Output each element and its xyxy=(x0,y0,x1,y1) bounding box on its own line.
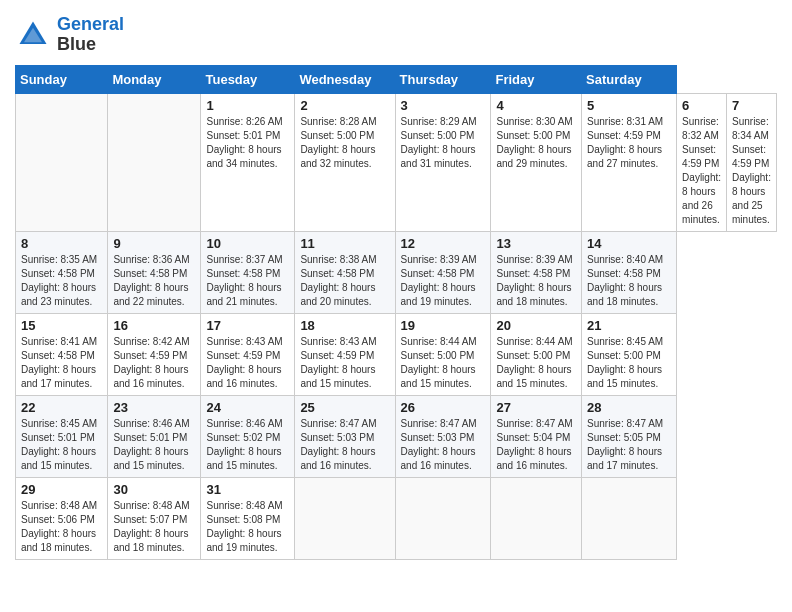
day-number: 28 xyxy=(587,400,671,415)
day-number: 17 xyxy=(206,318,289,333)
day-number: 10 xyxy=(206,236,289,251)
calendar-cell: 23Sunrise: 8:46 AMSunset: 5:01 PMDayligh… xyxy=(108,395,201,477)
calendar-cell: 31Sunrise: 8:48 AMSunset: 5:08 PMDayligh… xyxy=(201,477,295,559)
calendar-cell xyxy=(295,477,395,559)
day-info: Sunrise: 8:30 AMSunset: 5:00 PMDaylight:… xyxy=(496,115,576,171)
day-info: Sunrise: 8:47 AMSunset: 5:04 PMDaylight:… xyxy=(496,417,576,473)
day-number: 24 xyxy=(206,400,289,415)
day-info: Sunrise: 8:40 AMSunset: 4:58 PMDaylight:… xyxy=(587,253,671,309)
calendar-cell: 9Sunrise: 8:36 AMSunset: 4:58 PMDaylight… xyxy=(108,231,201,313)
day-number: 7 xyxy=(732,98,771,113)
calendar-cell: 6Sunrise: 8:32 AMSunset: 4:59 PMDaylight… xyxy=(677,93,727,231)
day-info: Sunrise: 8:39 AMSunset: 4:58 PMDaylight:… xyxy=(496,253,576,309)
calendar-cell: 25Sunrise: 8:47 AMSunset: 5:03 PMDayligh… xyxy=(295,395,395,477)
day-info: Sunrise: 8:47 AMSunset: 5:03 PMDaylight:… xyxy=(300,417,389,473)
day-info: Sunrise: 8:48 AMSunset: 5:07 PMDaylight:… xyxy=(113,499,195,555)
calendar-cell: 22Sunrise: 8:45 AMSunset: 5:01 PMDayligh… xyxy=(16,395,108,477)
week-row-4: 22Sunrise: 8:45 AMSunset: 5:01 PMDayligh… xyxy=(16,395,777,477)
calendar-cell: 28Sunrise: 8:47 AMSunset: 5:05 PMDayligh… xyxy=(582,395,677,477)
day-number: 1 xyxy=(206,98,289,113)
weekday-sunday: Sunday xyxy=(16,65,108,93)
calendar-cell: 29Sunrise: 8:48 AMSunset: 5:06 PMDayligh… xyxy=(16,477,108,559)
day-info: Sunrise: 8:39 AMSunset: 4:58 PMDaylight:… xyxy=(401,253,486,309)
calendar-cell: 4Sunrise: 8:30 AMSunset: 5:00 PMDaylight… xyxy=(491,93,582,231)
day-number: 23 xyxy=(113,400,195,415)
day-info: Sunrise: 8:32 AMSunset: 4:59 PMDaylight:… xyxy=(682,115,721,227)
day-info: Sunrise: 8:31 AMSunset: 4:59 PMDaylight:… xyxy=(587,115,671,171)
day-number: 26 xyxy=(401,400,486,415)
week-row-5: 29Sunrise: 8:48 AMSunset: 5:06 PMDayligh… xyxy=(16,477,777,559)
day-info: Sunrise: 8:43 AMSunset: 4:59 PMDaylight:… xyxy=(300,335,389,391)
calendar-cell: 10Sunrise: 8:37 AMSunset: 4:58 PMDayligh… xyxy=(201,231,295,313)
calendar-cell: 17Sunrise: 8:43 AMSunset: 4:59 PMDayligh… xyxy=(201,313,295,395)
day-info: Sunrise: 8:47 AMSunset: 5:05 PMDaylight:… xyxy=(587,417,671,473)
week-row-2: 8Sunrise: 8:35 AMSunset: 4:58 PMDaylight… xyxy=(16,231,777,313)
calendar-cell: 8Sunrise: 8:35 AMSunset: 4:58 PMDaylight… xyxy=(16,231,108,313)
day-info: Sunrise: 8:46 AMSunset: 5:01 PMDaylight:… xyxy=(113,417,195,473)
calendar-cell: 27Sunrise: 8:47 AMSunset: 5:04 PMDayligh… xyxy=(491,395,582,477)
day-number: 31 xyxy=(206,482,289,497)
week-row-1: 1Sunrise: 8:26 AMSunset: 5:01 PMDaylight… xyxy=(16,93,777,231)
calendar-cell: 18Sunrise: 8:43 AMSunset: 4:59 PMDayligh… xyxy=(295,313,395,395)
day-number: 27 xyxy=(496,400,576,415)
calendar-cell xyxy=(395,477,491,559)
day-info: Sunrise: 8:29 AMSunset: 5:00 PMDaylight:… xyxy=(401,115,486,171)
day-info: Sunrise: 8:34 AMSunset: 4:59 PMDaylight:… xyxy=(732,115,771,227)
day-number: 22 xyxy=(21,400,102,415)
logo: General Blue xyxy=(15,15,124,55)
day-info: Sunrise: 8:44 AMSunset: 5:00 PMDaylight:… xyxy=(496,335,576,391)
week-row-3: 15Sunrise: 8:41 AMSunset: 4:58 PMDayligh… xyxy=(16,313,777,395)
day-number: 13 xyxy=(496,236,576,251)
day-number: 16 xyxy=(113,318,195,333)
weekday-monday: Monday xyxy=(108,65,201,93)
page-header: General Blue xyxy=(15,15,777,55)
day-number: 14 xyxy=(587,236,671,251)
day-number: 8 xyxy=(21,236,102,251)
day-number: 12 xyxy=(401,236,486,251)
calendar-cell: 26Sunrise: 8:47 AMSunset: 5:03 PMDayligh… xyxy=(395,395,491,477)
day-info: Sunrise: 8:43 AMSunset: 4:59 PMDaylight:… xyxy=(206,335,289,391)
day-info: Sunrise: 8:42 AMSunset: 4:59 PMDaylight:… xyxy=(113,335,195,391)
day-number: 15 xyxy=(21,318,102,333)
day-info: Sunrise: 8:44 AMSunset: 5:00 PMDaylight:… xyxy=(401,335,486,391)
logo-text: General Blue xyxy=(57,15,124,55)
calendar-cell: 12Sunrise: 8:39 AMSunset: 4:58 PMDayligh… xyxy=(395,231,491,313)
day-number: 11 xyxy=(300,236,389,251)
calendar-cell: 15Sunrise: 8:41 AMSunset: 4:58 PMDayligh… xyxy=(16,313,108,395)
calendar-cell xyxy=(16,93,108,231)
day-number: 3 xyxy=(401,98,486,113)
day-number: 6 xyxy=(682,98,721,113)
day-info: Sunrise: 8:48 AMSunset: 5:08 PMDaylight:… xyxy=(206,499,289,555)
day-info: Sunrise: 8:37 AMSunset: 4:58 PMDaylight:… xyxy=(206,253,289,309)
logo-icon xyxy=(15,17,51,53)
calendar-cell: 16Sunrise: 8:42 AMSunset: 4:59 PMDayligh… xyxy=(108,313,201,395)
day-info: Sunrise: 8:36 AMSunset: 4:58 PMDaylight:… xyxy=(113,253,195,309)
calendar-cell: 5Sunrise: 8:31 AMSunset: 4:59 PMDaylight… xyxy=(582,93,677,231)
day-info: Sunrise: 8:46 AMSunset: 5:02 PMDaylight:… xyxy=(206,417,289,473)
day-number: 20 xyxy=(496,318,576,333)
calendar-cell: 3Sunrise: 8:29 AMSunset: 5:00 PMDaylight… xyxy=(395,93,491,231)
calendar-body: 1Sunrise: 8:26 AMSunset: 5:01 PMDaylight… xyxy=(16,93,777,559)
weekday-header-row: SundayMondayTuesdayWednesdayThursdayFrid… xyxy=(16,65,777,93)
calendar-cell xyxy=(491,477,582,559)
calendar-cell: 13Sunrise: 8:39 AMSunset: 4:58 PMDayligh… xyxy=(491,231,582,313)
weekday-friday: Friday xyxy=(491,65,582,93)
day-number: 19 xyxy=(401,318,486,333)
calendar-cell: 24Sunrise: 8:46 AMSunset: 5:02 PMDayligh… xyxy=(201,395,295,477)
calendar-cell: 7Sunrise: 8:34 AMSunset: 4:59 PMDaylight… xyxy=(727,93,777,231)
day-info: Sunrise: 8:45 AMSunset: 5:01 PMDaylight:… xyxy=(21,417,102,473)
day-number: 25 xyxy=(300,400,389,415)
day-number: 18 xyxy=(300,318,389,333)
weekday-wednesday: Wednesday xyxy=(295,65,395,93)
day-info: Sunrise: 8:47 AMSunset: 5:03 PMDaylight:… xyxy=(401,417,486,473)
weekday-tuesday: Tuesday xyxy=(201,65,295,93)
day-info: Sunrise: 8:38 AMSunset: 4:58 PMDaylight:… xyxy=(300,253,389,309)
day-number: 2 xyxy=(300,98,389,113)
calendar-cell xyxy=(108,93,201,231)
calendar-cell: 14Sunrise: 8:40 AMSunset: 4:58 PMDayligh… xyxy=(582,231,677,313)
day-number: 29 xyxy=(21,482,102,497)
day-info: Sunrise: 8:26 AMSunset: 5:01 PMDaylight:… xyxy=(206,115,289,171)
day-number: 5 xyxy=(587,98,671,113)
day-info: Sunrise: 8:28 AMSunset: 5:00 PMDaylight:… xyxy=(300,115,389,171)
weekday-thursday: Thursday xyxy=(395,65,491,93)
